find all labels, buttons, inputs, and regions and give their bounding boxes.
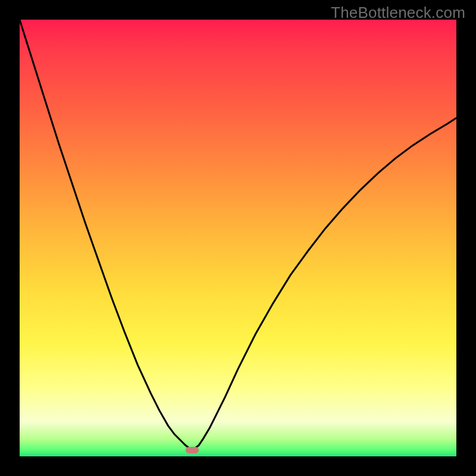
bottleneck-curve	[20, 20, 456, 449]
minimum-marker	[186, 447, 199, 453]
chart-frame: TheBottleneck.com	[0, 0, 476, 476]
curve-layer	[20, 20, 456, 456]
plot-area	[20, 20, 456, 456]
watermark-text: TheBottleneck.com	[331, 4, 465, 22]
